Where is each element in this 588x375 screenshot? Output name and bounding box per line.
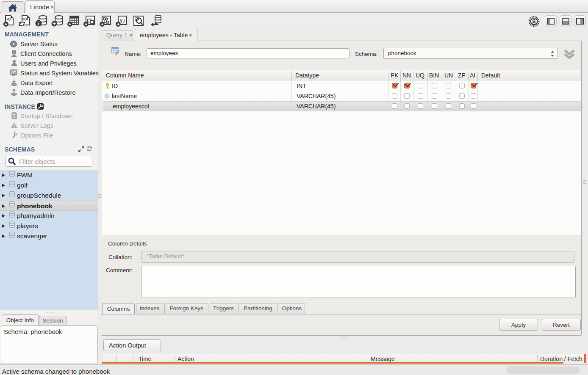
svg-text:SQL: SQL (22, 17, 29, 21)
svg-text:SQL: SQL (6, 17, 13, 21)
